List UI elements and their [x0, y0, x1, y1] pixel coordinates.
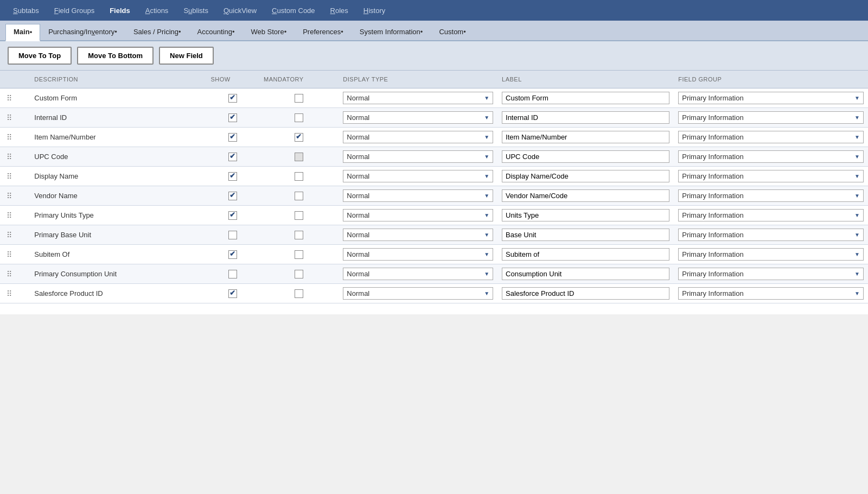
- nav-sublists[interactable]: Sublists: [176, 2, 216, 19]
- show-checkbox-cell[interactable]: [206, 167, 259, 186]
- display-type-select[interactable]: Normal▼: [343, 111, 493, 124]
- label-cell[interactable]: [497, 264, 674, 284]
- show-checkbox[interactable]: [228, 192, 237, 200]
- tab-main[interactable]: Main•: [5, 24, 40, 41]
- field-group-select[interactable]: Primary Information▼: [678, 92, 864, 104]
- drag-handle-icon[interactable]: ⠿: [4, 192, 14, 200]
- mandatory-checkbox-cell[interactable]: [259, 128, 339, 147]
- show-checkbox-cell[interactable]: [206, 245, 259, 264]
- show-checkbox-cell[interactable]: [206, 264, 259, 284]
- field-group-cell[interactable]: Primary Information▼: [674, 108, 868, 128]
- display-type-select[interactable]: Normal▼: [343, 248, 493, 261]
- field-group-cell[interactable]: Primary Information▼: [674, 128, 868, 147]
- drag-handle-icon[interactable]: ⠿: [4, 133, 14, 142]
- mandatory-checkbox[interactable]: [295, 231, 303, 239]
- field-group-cell[interactable]: Primary Information▼: [674, 167, 868, 186]
- field-group-select[interactable]: Primary Information▼: [678, 150, 864, 163]
- field-group-select[interactable]: Primary Information▼: [678, 189, 864, 202]
- display-type-cell[interactable]: Normal▼: [339, 88, 497, 108]
- display-type-select[interactable]: Normal▼: [343, 150, 493, 163]
- field-group-cell[interactable]: Primary Information▼: [674, 284, 868, 303]
- display-type-select[interactable]: Normal▼: [343, 209, 493, 221]
- mandatory-checkbox-cell[interactable]: [259, 225, 339, 245]
- tab-system-information[interactable]: System Information•: [352, 24, 431, 40]
- mandatory-checkbox[interactable]: [295, 270, 303, 278]
- show-checkbox[interactable]: [228, 94, 237, 103]
- field-group-select[interactable]: Primary Information▼: [678, 209, 864, 221]
- mandatory-checkbox-cell[interactable]: [259, 245, 339, 264]
- label-input[interactable]: [502, 92, 669, 104]
- display-type-cell[interactable]: Normal▼: [339, 225, 497, 245]
- label-cell[interactable]: [497, 245, 674, 264]
- display-type-cell[interactable]: Normal▼: [339, 128, 497, 147]
- drag-handle-icon[interactable]: ⠿: [4, 153, 14, 161]
- show-checkbox[interactable]: [228, 250, 237, 259]
- tab-accounting[interactable]: Accounting•: [189, 24, 243, 40]
- nav-subtabs[interactable]: Subtabs: [5, 2, 47, 19]
- new-field-button[interactable]: New Field: [159, 47, 214, 65]
- drag-handle[interactable]: ⠿: [0, 108, 30, 128]
- field-group-cell[interactable]: Primary Information▼: [674, 206, 868, 225]
- tab-custom[interactable]: Custom•: [431, 24, 474, 40]
- label-cell[interactable]: [497, 128, 674, 147]
- field-group-select[interactable]: Primary Information▼: [678, 229, 864, 241]
- show-checkbox[interactable]: [228, 231, 237, 239]
- drag-handle[interactable]: ⠿: [0, 147, 30, 167]
- display-type-select[interactable]: Normal▼: [343, 189, 493, 202]
- display-type-select[interactable]: Normal▼: [343, 287, 493, 300]
- display-type-cell[interactable]: Normal▼: [339, 167, 497, 186]
- field-group-cell[interactable]: Primary Information▼: [674, 245, 868, 264]
- show-checkbox[interactable]: [228, 113, 237, 122]
- display-type-cell[interactable]: Normal▼: [339, 147, 497, 167]
- tab-web-store[interactable]: Web Store•: [242, 24, 295, 40]
- drag-handle[interactable]: ⠿: [0, 186, 30, 206]
- field-group-cell[interactable]: Primary Information▼: [674, 186, 868, 206]
- label-cell[interactable]: [497, 147, 674, 167]
- display-type-select[interactable]: Normal▼: [343, 92, 493, 104]
- mandatory-checkbox-cell[interactable]: [259, 167, 339, 186]
- label-cell[interactable]: [497, 225, 674, 245]
- show-checkbox[interactable]: [228, 270, 237, 278]
- nav-history[interactable]: History: [356, 2, 393, 19]
- mandatory-checkbox[interactable]: [295, 192, 303, 200]
- mandatory-checkbox[interactable]: [295, 250, 303, 259]
- drag-handle[interactable]: ⠿: [0, 284, 30, 303]
- mandatory-checkbox[interactable]: [295, 133, 303, 142]
- mandatory-checkbox[interactable]: [295, 211, 303, 220]
- nav-custom-code[interactable]: Custom Code: [264, 2, 322, 19]
- label-input[interactable]: [502, 170, 669, 182]
- drag-handle-icon[interactable]: ⠿: [4, 250, 14, 259]
- move-to-bottom-button[interactable]: Move To Bottom: [77, 47, 154, 65]
- field-group-cell[interactable]: Primary Information▼: [674, 225, 868, 245]
- drag-handle[interactable]: ⠿: [0, 206, 30, 225]
- drag-handle-icon[interactable]: ⠿: [4, 289, 14, 298]
- show-checkbox-cell[interactable]: [206, 284, 259, 303]
- display-type-cell[interactable]: Normal▼: [339, 245, 497, 264]
- tab-sales-pricing[interactable]: Sales / Pricing•: [125, 24, 189, 40]
- mandatory-checkbox[interactable]: [295, 94, 303, 103]
- nav-actions[interactable]: Actions: [138, 2, 176, 19]
- mandatory-checkbox-cell[interactable]: [259, 147, 339, 167]
- drag-handle-icon[interactable]: ⠿: [4, 113, 14, 122]
- label-input[interactable]: [502, 287, 669, 300]
- label-input[interactable]: [502, 248, 669, 261]
- label-cell[interactable]: [497, 167, 674, 186]
- display-type-cell[interactable]: Normal▼: [339, 284, 497, 303]
- display-type-cell[interactable]: Normal▼: [339, 186, 497, 206]
- drag-handle-icon[interactable]: ⠿: [4, 211, 14, 220]
- show-checkbox[interactable]: [228, 153, 237, 161]
- show-checkbox[interactable]: [228, 211, 237, 220]
- nav-fields[interactable]: Fields: [102, 2, 138, 19]
- drag-handle[interactable]: ⠿: [0, 167, 30, 186]
- field-group-cell[interactable]: Primary Information▼: [674, 88, 868, 108]
- mandatory-checkbox-cell[interactable]: [259, 206, 339, 225]
- display-type-select[interactable]: Normal▼: [343, 229, 493, 241]
- mandatory-checkbox-cell[interactable]: [259, 264, 339, 284]
- label-input[interactable]: [502, 189, 669, 202]
- mandatory-checkbox[interactable]: [295, 153, 303, 161]
- tab-purchasing-inventory[interactable]: Purchasing/Inventory•: [40, 24, 125, 40]
- display-type-cell[interactable]: Normal▼: [339, 206, 497, 225]
- mandatory-checkbox-cell[interactable]: [259, 88, 339, 108]
- mandatory-checkbox[interactable]: [295, 113, 303, 122]
- nav-roles[interactable]: Roles: [323, 2, 356, 19]
